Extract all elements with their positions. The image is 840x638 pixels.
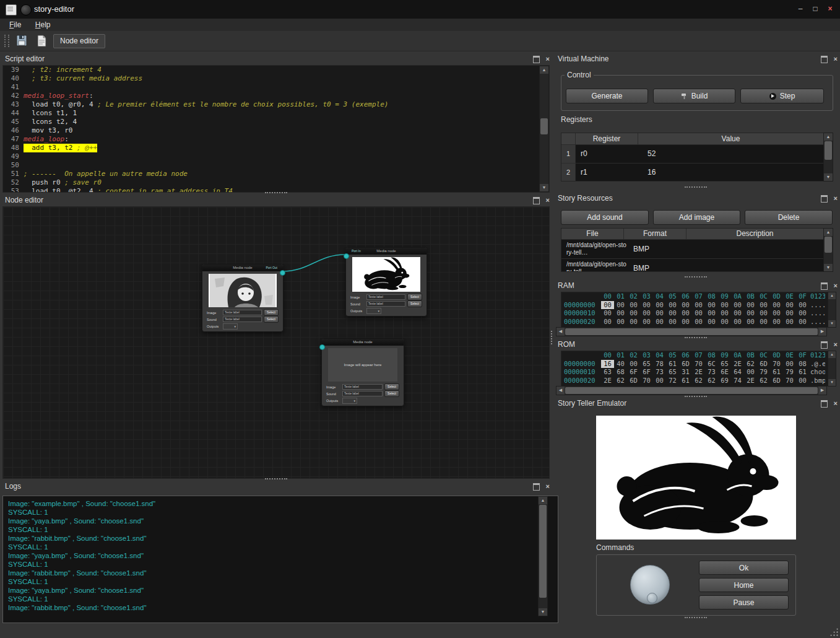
resource-row[interactable]: /mnt/data/git/open-story-tell…BMP	[561, 259, 824, 272]
outputs-combo[interactable]: ▾	[223, 323, 238, 330]
hex-byte[interactable]: 61	[770, 368, 783, 377]
hex-byte[interactable]: 70	[692, 360, 705, 369]
toolbar-handle[interactable]	[4, 35, 9, 47]
hex-byte[interactable]: 00	[744, 318, 757, 326]
node-canvas[interactable]: Media node Port Out ImageTexte labelSele…	[2, 206, 550, 479]
hex-byte[interactable]: 00	[757, 309, 770, 318]
rom-hex-view[interactable]: 000102030405060708090A0B0C0D0E0F01234567…	[561, 351, 828, 387]
hex-byte[interactable]: 00	[783, 309, 796, 318]
scroll-up-icon[interactable]: ▲	[824, 133, 833, 141]
hex-byte[interactable]: 00	[783, 318, 796, 326]
scroll-up-icon[interactable]: ▲	[539, 497, 547, 504]
splitter-handle[interactable]	[685, 396, 707, 397]
sound-text-field[interactable]: Texte label	[223, 317, 262, 322]
hex-byte[interactable]: 62	[744, 360, 757, 369]
hex-byte[interactable]: 6D	[679, 360, 692, 369]
splitter-handle[interactable]	[685, 186, 707, 188]
hex-byte[interactable]: 00	[718, 301, 731, 310]
scroll-up-icon[interactable]: ▲	[828, 292, 836, 299]
hex-byte[interactable]: 6D	[627, 377, 640, 385]
hex-byte[interactable]: 61	[666, 360, 679, 369]
scroll-right-icon[interactable]: ▶	[818, 328, 826, 336]
hex-byte[interactable]: 00	[679, 301, 692, 310]
hex-byte[interactable]: 00	[666, 301, 679, 310]
scroll-down-icon[interactable]: ▼	[824, 173, 833, 181]
hex-byte[interactable]: 00	[731, 318, 744, 326]
output-port[interactable]	[280, 270, 285, 276]
save-button[interactable]	[14, 33, 30, 49]
panel-close-icon[interactable]: ×	[833, 56, 837, 63]
image-text-field[interactable]: Texte label	[366, 294, 405, 300]
undock-icon[interactable]	[821, 282, 828, 290]
ram-hex-view[interactable]: 000102030405060708090A0B0C0D0E0F01234567…	[561, 292, 828, 328]
hex-byte[interactable]: 73	[705, 368, 718, 377]
hex-byte[interactable]: 00	[640, 318, 653, 326]
hex-byte[interactable]: 2E	[601, 377, 614, 385]
image-select-button[interactable]: Select	[384, 383, 399, 390]
hex-byte[interactable]: 62	[614, 377, 627, 385]
node-editor-toolbutton[interactable]: Node editor	[53, 34, 105, 48]
hex-byte[interactable]: 62	[757, 377, 770, 385]
resources-table[interactable]: File Format Description /mnt/data/git/op…	[561, 228, 825, 272]
image-select-button[interactable]: Select	[264, 309, 279, 316]
hex-byte[interactable]: 00	[796, 377, 809, 385]
description-column-header[interactable]: Description	[686, 229, 824, 239]
scrollbar-vertical[interactable]: ▲ ▼	[823, 133, 833, 181]
hex-byte[interactable]: 00	[692, 318, 705, 326]
sound-select-button[interactable]: Select	[264, 316, 279, 323]
hex-byte[interactable]: 74	[731, 377, 744, 385]
hex-byte[interactable]: 62	[692, 377, 705, 385]
image-text-field[interactable]: Texte label	[223, 310, 262, 315]
hex-byte[interactable]: 62	[705, 377, 718, 385]
register-column-header[interactable]: Register	[576, 133, 638, 144]
splitter-handle[interactable]	[685, 617, 707, 618]
value-column-header[interactable]: Value	[638, 133, 824, 144]
outputs-combo[interactable]: ▾	[342, 398, 357, 404]
scroll-up-icon[interactable]: ▲	[540, 66, 548, 74]
pause-button[interactable]: Pause	[699, 595, 789, 610]
input-port[interactable]	[319, 344, 325, 350]
hex-byte[interactable]: 08	[796, 360, 809, 369]
hex-byte[interactable]: 00	[770, 301, 783, 310]
media-node-2[interactable]: Media node Port In ImageTexte labelSelec…	[345, 247, 427, 317]
node-title-bar[interactable]: Media node	[322, 339, 404, 346]
hex-byte[interactable]: 00	[744, 368, 757, 377]
scroll-down-icon[interactable]: ▼	[824, 264, 833, 271]
hex-byte[interactable]: 00	[757, 318, 770, 326]
outputs-combo[interactable]: ▾	[366, 308, 381, 314]
hex-byte[interactable]: 2E	[692, 368, 705, 377]
hex-byte[interactable]: 6D	[757, 360, 770, 369]
minimize-button[interactable]: –	[793, 4, 808, 15]
hex-byte[interactable]: 00	[601, 318, 614, 326]
sound-select-button[interactable]: Select	[384, 390, 399, 397]
hex-byte[interactable]: 00	[679, 318, 692, 326]
undock-icon[interactable]	[533, 56, 540, 63]
scroll-right-icon[interactable]: ▶	[818, 387, 826, 395]
hex-byte[interactable]: 68	[614, 368, 627, 377]
hex-byte[interactable]: 69	[718, 377, 731, 385]
hex-byte[interactable]: 00	[692, 301, 705, 310]
hex-byte[interactable]: 63	[601, 368, 614, 377]
scroll-down-icon[interactable]: ▼	[540, 184, 548, 191]
panel-close-icon[interactable]: ×	[545, 197, 549, 204]
menu-file[interactable]: File	[4, 19, 27, 30]
media-node-1[interactable]: Media node Port Out ImageTexte labelSele…	[202, 264, 284, 332]
registers-table[interactable]: Register Value 1r0522r116	[561, 133, 825, 181]
register-row[interactable]: 1r052	[561, 145, 824, 164]
hex-byte[interactable]: 00	[601, 309, 614, 318]
scrollbar-horizontal[interactable]: ◀ ▶	[556, 327, 827, 336]
scroll-up-icon[interactable]: ▲	[824, 229, 833, 236]
scrollbar-vertical[interactable]: ▲ ▼	[828, 351, 836, 387]
hex-byte[interactable]: 00	[601, 301, 614, 310]
scroll-up-icon[interactable]: ▲	[828, 351, 836, 358]
hex-byte[interactable]: 6E	[718, 368, 731, 377]
panel-close-icon[interactable]: ×	[833, 341, 837, 348]
menu-help[interactable]: Help	[30, 19, 56, 30]
hex-byte[interactable]: 00	[731, 309, 744, 318]
hex-byte[interactable]: 00	[718, 318, 731, 326]
hex-byte[interactable]: 00	[666, 318, 679, 326]
hex-byte[interactable]: 00	[705, 309, 718, 318]
scroll-left-icon[interactable]: ◀	[556, 387, 565, 395]
hex-byte[interactable]: 00	[757, 301, 770, 310]
hex-byte[interactable]: 00	[653, 309, 666, 318]
